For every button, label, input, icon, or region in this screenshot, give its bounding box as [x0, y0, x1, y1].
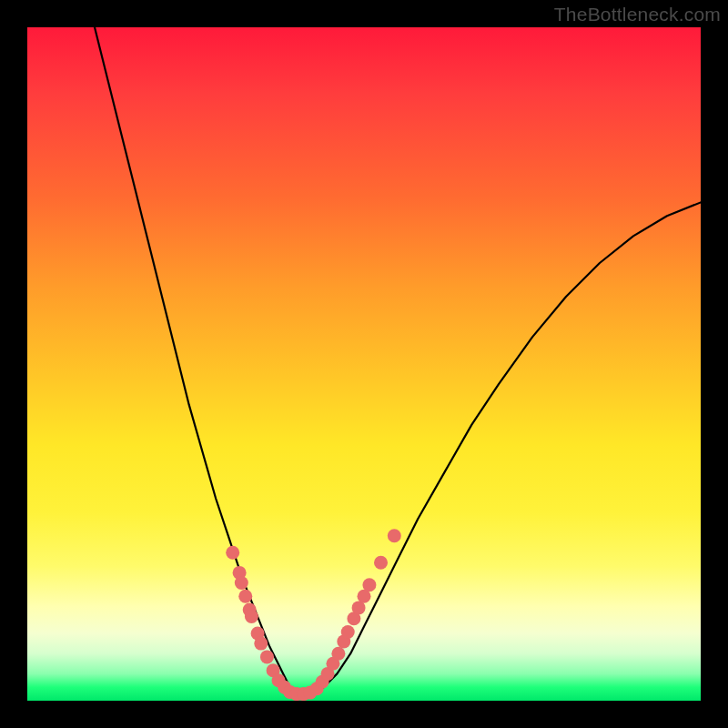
data-point: [245, 610, 258, 623]
plot-area: [27, 27, 701, 701]
data-point: [388, 529, 401, 542]
data-point: [331, 647, 345, 661]
data-point: [226, 546, 239, 560]
data-point: [238, 590, 252, 603]
data-point: [374, 556, 388, 570]
data-point: [254, 637, 268, 651]
data-point: [235, 576, 248, 590]
data-point: [260, 650, 274, 663]
curve-line: [95, 27, 701, 694]
data-point: [341, 625, 355, 639]
chart-frame: TheBottleneck.com: [0, 0, 728, 728]
data-point: [362, 578, 376, 592]
watermark-text: TheBottleneck.com: [554, 4, 721, 25]
curve-markers: [226, 529, 401, 701]
chart-svg: [27, 27, 701, 701]
